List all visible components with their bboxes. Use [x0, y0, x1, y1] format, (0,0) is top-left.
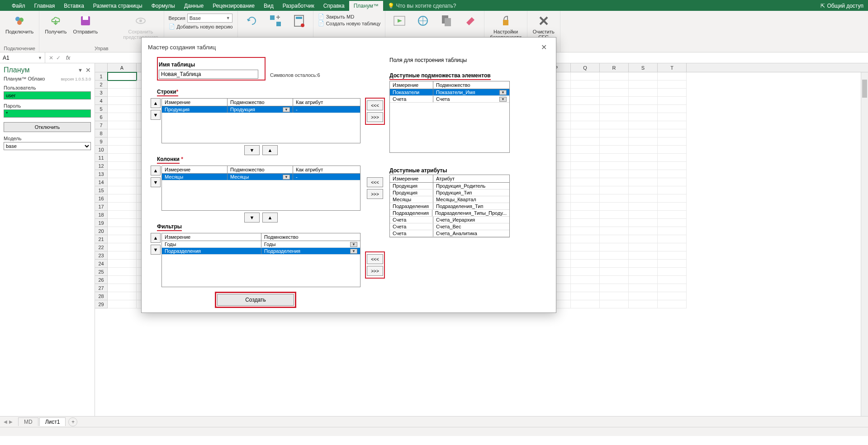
avail-subset-row-0[interactable]: Показатели Показатели_Имя▼: [390, 89, 509, 96]
attr-head-attr: Атрибут: [433, 175, 509, 182]
rows-row-0[interactable]: Продукция Продукция▼ -: [162, 106, 360, 113]
dialog-close-button[interactable]: ✕: [538, 42, 550, 52]
filters-move-up-button[interactable]: ▲: [151, 233, 161, 243]
rows-config-table[interactable]: Измерение Подмножество Как атрибут Проду…: [161, 98, 360, 143]
cols-remove-button[interactable]: >>>: [367, 189, 383, 199]
chevron-down-icon[interactable]: ▼: [499, 97, 507, 102]
avail-subset-row-1[interactable]: Счета Счета▼: [390, 96, 509, 103]
filters-remove-button[interactable]: >>>: [367, 266, 383, 276]
rows-remove-button[interactable]: >>>: [367, 112, 383, 122]
cols-add-button[interactable]: <<<: [367, 177, 383, 187]
avail-head-dim: Измерение: [390, 81, 433, 89]
attr-head-dim: Измерение: [390, 175, 433, 182]
cols-config-table[interactable]: Измерение Подмножество Как атрибут Месяц…: [161, 166, 360, 211]
avail-attr-row-3[interactable]: ПодразделенияПодразделения_Тип: [390, 203, 509, 210]
avail-attrs-label: Доступные атрибуты: [389, 167, 547, 174]
rows-sort-up-button[interactable]: ▲: [262, 145, 278, 155]
filters-head-dim: Измерение: [162, 233, 261, 241]
filters-move-down-button[interactable]: ▼: [151, 245, 161, 255]
cols-sort-down-button[interactable]: ▼: [244, 213, 260, 222]
avail-attr-row-5[interactable]: СчетаСчета_Иерархия: [390, 217, 509, 223]
chevron-down-icon[interactable]: ▼: [350, 249, 357, 254]
rows-head-subset: Подмножество: [228, 99, 293, 106]
cols-head-subset: Подмножество: [228, 166, 293, 173]
create-button[interactable]: Создать: [217, 294, 294, 306]
rows-move-down-button[interactable]: ▼: [151, 110, 161, 120]
table-name-label: Имя таблицы: [159, 62, 264, 68]
filters-config-table[interactable]: Измерение Подмножество Годы Годы▼ Подраз…: [161, 233, 360, 287]
dialog-title: Мастер создания таблиц: [148, 44, 216, 51]
avail-subsets-label: Доступные подмножества элементов: [389, 72, 491, 80]
cols-section-label: Колонки: [157, 156, 180, 162]
filters-row-0[interactable]: Годы Годы▼: [162, 241, 360, 248]
avail-attrs-table[interactable]: Измерение Атрибут ПродукцияПродукция_Род…: [389, 175, 510, 237]
chevron-down-icon[interactable]: ▼: [350, 242, 357, 247]
avail-attr-row-6[interactable]: СчетаСчета_Вес: [390, 223, 509, 230]
filters-add-button[interactable]: <<<: [367, 254, 383, 264]
rows-section-label: Строки: [157, 89, 176, 95]
cols-move-up-button[interactable]: ▲: [151, 166, 161, 175]
avail-attr-row-0[interactable]: ПродукцияПродукция_Родитель: [390, 183, 509, 189]
filters-section-label: Фильтры: [157, 223, 182, 231]
cols-sort-up-button[interactable]: ▲: [262, 213, 278, 222]
cols-row-0[interactable]: Месяцы Месяцы▼ -: [162, 174, 360, 180]
chevron-down-icon[interactable]: ▼: [283, 107, 290, 112]
avail-head-subset: Подмножество: [433, 81, 509, 89]
fields-label: Поля для построения таблицы: [389, 57, 547, 63]
avail-attr-row-4[interactable]: ПодразделенияПодразделения_Типы_Проду...: [390, 210, 509, 217]
rows-sort-down-button[interactable]: ▼: [244, 145, 260, 155]
table-wizard-dialog: Мастер создания таблиц ✕ Имя таблицы Сим…: [141, 37, 556, 313]
avail-attr-row-2[interactable]: МесяцыМесяцы_Квартал: [390, 196, 509, 203]
cols-head-dim: Измерение: [162, 166, 228, 173]
chevron-down-icon[interactable]: ▼: [499, 90, 507, 95]
filters-head-subset: Подмножество: [261, 233, 360, 241]
rows-add-button[interactable]: <<<: [367, 100, 383, 110]
rows-move-up-button[interactable]: ▲: [151, 98, 161, 108]
chevron-down-icon[interactable]: ▼: [283, 175, 290, 180]
avail-subsets-table[interactable]: Измерение Подмножество Показатели Показа…: [389, 81, 510, 153]
rows-head-dim: Измерение: [162, 99, 228, 106]
table-name-input[interactable]: [159, 70, 258, 79]
cols-head-attr: Как атрибут: [293, 166, 360, 173]
rows-head-attr: Как атрибут: [293, 99, 360, 106]
cols-move-down-button[interactable]: ▼: [151, 177, 161, 187]
avail-attr-row-1[interactable]: ПродукцияПродукция_Тип: [390, 189, 509, 196]
avail-attr-row-7[interactable]: СчетаСчета_Аналитика: [390, 230, 509, 237]
filters-row-1[interactable]: Подразделения Подразделения▼: [162, 248, 360, 255]
